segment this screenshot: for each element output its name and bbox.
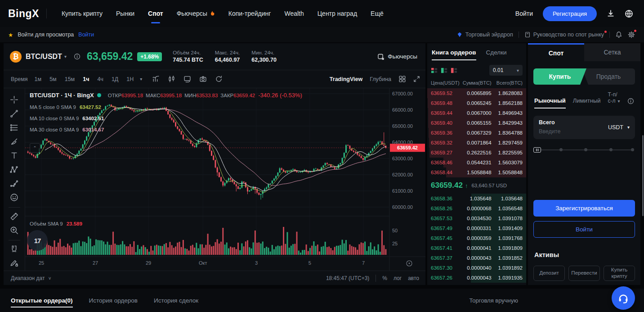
register-button[interactable]: Регистрация bbox=[543, 6, 597, 21]
nav-item-Купить крипту[interactable]: Купить крипту bbox=[55, 0, 109, 27]
orderbook-row[interactable]: 63657.530.00345301.0391078 bbox=[427, 213, 526, 223]
crosshair-icon[interactable] bbox=[8, 94, 21, 106]
grid-layout-icon[interactable] bbox=[398, 75, 406, 83]
auto-scale-button[interactable]: авто bbox=[408, 275, 419, 281]
orderbook-tab-Сделки[interactable]: Сделки bbox=[486, 49, 507, 60]
orderbook-row[interactable]: 63658.260.00000681.0356548 bbox=[427, 203, 526, 213]
orderbook-row[interactable]: 63657.260.00000431.0391935 bbox=[427, 273, 526, 283]
order-type-tpsl[interactable]: Т-п/ с-л▾ bbox=[608, 92, 620, 109]
trade-tab-Сетка[interactable]: Сетка bbox=[584, 43, 640, 61]
date-range-button[interactable]: Диапазон дат ˅ bbox=[11, 275, 51, 281]
fullscreen-icon[interactable] bbox=[413, 76, 420, 82]
orders-tab-Открытые ордера(0)[interactable]: Открытые ордера(0) bbox=[11, 289, 73, 312]
order-type-market[interactable]: Рыночный bbox=[534, 98, 566, 109]
nav-item-Ещё[interactable]: Ещё bbox=[364, 0, 390, 27]
export-layout-icon[interactable] bbox=[183, 75, 191, 83]
log-scale-button[interactable]: лог bbox=[394, 275, 402, 281]
tab-tradingview[interactable]: TradingView bbox=[330, 76, 362, 82]
interval-1Д[interactable]: 1Д bbox=[107, 76, 122, 82]
clock[interactable]: 18:45:47 (UTC+3) bbox=[326, 275, 369, 281]
interval-1Н[interactable]: 1Н bbox=[122, 76, 138, 82]
slider-stop[interactable] bbox=[631, 148, 634, 151]
total-input[interactable]: Всего Введите USDT▾ bbox=[533, 116, 635, 139]
orderbook-row[interactable]: 63659.270.26225161.8225595 bbox=[427, 148, 526, 158]
ob-layout-asks-icon[interactable] bbox=[451, 67, 457, 74]
subbar-login-link[interactable]: Войти bbox=[78, 32, 94, 38]
indicators-icon[interactable] bbox=[152, 75, 160, 83]
settings-button[interactable] bbox=[628, 31, 635, 38]
fib-lines-icon[interactable] bbox=[8, 122, 21, 134]
caret-down-icon[interactable]: ▾ bbox=[64, 54, 67, 59]
reload-icon[interactable] bbox=[215, 75, 223, 83]
interval-1ч[interactable]: 1ч bbox=[79, 76, 93, 82]
asset-button-Перевести[interactable]: Перевести bbox=[568, 266, 600, 281]
trading-airdrop-link[interactable]: Торговый эйрдроп bbox=[456, 32, 513, 38]
buy-button[interactable]: Купить bbox=[533, 68, 586, 85]
orderbook-row[interactable]: 63658.441.50588481.5058848 bbox=[427, 167, 526, 177]
lock-drawings-icon[interactable] bbox=[8, 257, 21, 269]
xabcd-pattern-icon[interactable] bbox=[8, 163, 21, 176]
candle-style-icon[interactable] bbox=[168, 75, 175, 83]
pair-selector[interactable]: BTC/USDT bbox=[26, 53, 62, 61]
magnet-icon[interactable] bbox=[8, 243, 21, 255]
slider-stop[interactable] bbox=[609, 148, 613, 151]
interval-15м[interactable]: 15м bbox=[61, 76, 79, 82]
camera-icon[interactable] bbox=[199, 75, 207, 83]
slider-stop[interactable] bbox=[559, 148, 563, 151]
forecast-icon[interactable] bbox=[8, 177, 21, 190]
text-tool-icon[interactable] bbox=[8, 149, 21, 162]
futures-button[interactable]: Фьючерсы bbox=[377, 53, 417, 60]
orderbook-mid-price[interactable]: 63659.42 ↑ 63,640.57 USD bbox=[427, 178, 526, 193]
interval-4ч[interactable]: 4ч bbox=[93, 76, 107, 82]
orders-tab-История ордеров[interactable]: История ордеров bbox=[89, 289, 138, 312]
zoom-in-icon[interactable] bbox=[8, 224, 21, 236]
orderbook-row[interactable]: 63659.320.00718641.8297459 bbox=[427, 138, 526, 148]
orders-tab-История сделок[interactable]: История сделок bbox=[154, 289, 198, 312]
scrollbar[interactable] bbox=[642, 135, 644, 216]
orderbook-row[interactable]: 63659.520.00658951.8628083 bbox=[427, 88, 526, 98]
nav-item-Центр наград[interactable]: Центр наград bbox=[311, 0, 364, 27]
interval-5м[interactable]: 5м bbox=[45, 76, 61, 82]
brush-icon[interactable] bbox=[8, 136, 21, 148]
currency-select[interactable]: USDT▾ bbox=[608, 124, 630, 131]
orderbook-row[interactable]: 63659.360.00673291.8364788 bbox=[427, 128, 526, 138]
sell-button[interactable]: Продать bbox=[582, 68, 635, 85]
orderbook-row[interactable]: 63657.490.00003311.0391409 bbox=[427, 223, 526, 233]
nav-item-Wealth[interactable]: Wealth bbox=[277, 0, 310, 27]
price-chart[interactable]: 67000.0066000.0065000.0064000.0063000.00… bbox=[25, 88, 425, 271]
announcements-button[interactable] bbox=[615, 31, 622, 38]
orderbook-row[interactable]: 63658.361.0356481.035648 bbox=[427, 194, 526, 203]
orderbook-tab-Книга ордеров[interactable]: Книга ордеров bbox=[432, 49, 476, 60]
slider-stop[interactable] bbox=[584, 148, 587, 151]
ob-layout-both-icon[interactable] bbox=[431, 67, 438, 74]
precision-select[interactable]: 0.01▾ bbox=[489, 65, 523, 76]
login-cta-button[interactable]: Войти bbox=[533, 221, 635, 238]
nav-item-Рынки[interactable]: Рынки bbox=[109, 0, 141, 27]
orderbook-row[interactable]: 63657.300.00000401.0391892 bbox=[427, 263, 526, 273]
interval-1м[interactable]: 1м bbox=[31, 76, 46, 82]
order-type-limit[interactable]: Лимитный bbox=[573, 98, 601, 109]
asset-button-Купить крипту[interactable]: Купить крипту bbox=[604, 266, 635, 281]
ruler-icon[interactable] bbox=[8, 210, 21, 222]
spot-guide-link[interactable]: Руководство по спот рынку bbox=[524, 32, 604, 38]
bingx-logo[interactable]: BingX bbox=[8, 8, 39, 20]
favorite-star-icon[interactable]: ★ bbox=[8, 32, 13, 38]
trendline-icon[interactable] bbox=[8, 108, 21, 120]
info-circle-icon[interactable] bbox=[74, 53, 80, 60]
emoji-icon[interactable] bbox=[8, 191, 21, 203]
caret-down-icon[interactable]: ▾ bbox=[140, 77, 142, 81]
orderbook-row[interactable]: 63659.440.00670001.8496943 bbox=[427, 108, 526, 118]
nav-item-Копи-трейдинг[interactable]: Копи-трейдинг bbox=[222, 0, 278, 27]
orderbook-row[interactable]: 63659.480.00652451.8562188 bbox=[427, 98, 526, 108]
login-link[interactable]: Войти bbox=[515, 10, 533, 17]
collapse-indicators-button[interactable]: ⌃ bbox=[30, 143, 40, 153]
orderbook-row[interactable]: 63657.450.00003591.0391768 bbox=[427, 233, 526, 243]
ob-layout-bids-icon[interactable] bbox=[441, 67, 447, 74]
tab-depth[interactable]: Глубина bbox=[370, 76, 391, 82]
percent-scale-button[interactable]: % bbox=[382, 275, 387, 281]
trade-tab-Спот[interactable]: Спот bbox=[528, 43, 584, 61]
orderbook-row[interactable]: 63657.370.00000431.0391852 bbox=[427, 253, 526, 263]
globe-icon[interactable] bbox=[625, 9, 633, 18]
support-button[interactable] bbox=[612, 286, 635, 310]
asset-button-Депозит[interactable]: Депозит bbox=[533, 266, 565, 281]
